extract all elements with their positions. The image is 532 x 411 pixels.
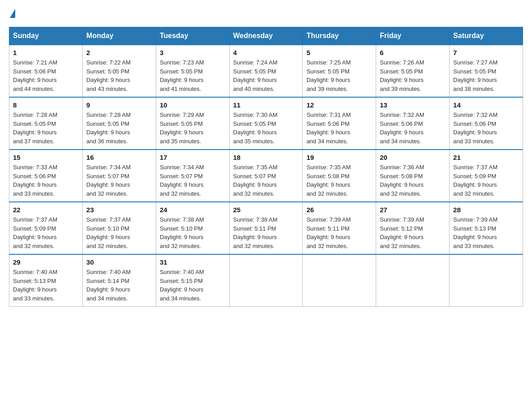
day-info: Sunrise: 7:34 AM Sunset: 5:07 PM Dayligh… — [160, 163, 226, 198]
calendar-cell: 28 Sunrise: 7:39 AM Sunset: 5:13 PM Dayl… — [450, 202, 523, 254]
day-number: 5 — [306, 49, 372, 56]
day-number: 3 — [160, 49, 226, 56]
day-info: Sunrise: 7:38 AM Sunset: 5:11 PM Dayligh… — [233, 215, 299, 250]
calendar-week-row: 15 Sunrise: 7:33 AM Sunset: 5:06 PM Dayl… — [9, 150, 523, 202]
calendar-cell: 9 Sunrise: 7:28 AM Sunset: 5:05 PM Dayli… — [82, 97, 156, 150]
day-info: Sunrise: 7:24 AM Sunset: 5:05 PM Dayligh… — [233, 58, 299, 93]
column-header-saturday: Saturday — [450, 27, 523, 45]
calendar-week-row: 29 Sunrise: 7:40 AM Sunset: 5:13 PM Dayl… — [9, 254, 523, 307]
calendar-cell: 13 Sunrise: 7:32 AM Sunset: 5:06 PM Dayl… — [376, 97, 450, 150]
day-info: Sunrise: 7:25 AM Sunset: 5:05 PM Dayligh… — [306, 58, 372, 93]
calendar-cell: 7 Sunrise: 7:27 AM Sunset: 5:05 PM Dayli… — [450, 45, 523, 97]
calendar-cell: 31 Sunrise: 7:40 AM Sunset: 5:15 PM Dayl… — [156, 254, 229, 307]
day-number: 23 — [86, 206, 152, 214]
day-info: Sunrise: 7:40 AM Sunset: 5:14 PM Dayligh… — [86, 268, 152, 303]
day-info: Sunrise: 7:34 AM Sunset: 5:07 PM Dayligh… — [86, 163, 152, 198]
day-info: Sunrise: 7:37 AM Sunset: 5:09 PM Dayligh… — [13, 215, 79, 250]
calendar-cell: 6 Sunrise: 7:26 AM Sunset: 5:05 PM Dayli… — [376, 45, 450, 97]
day-number: 8 — [13, 101, 79, 109]
column-header-sunday: Sunday — [9, 27, 83, 45]
calendar-cell: 18 Sunrise: 7:35 AM Sunset: 5:07 PM Dayl… — [229, 150, 303, 202]
calendar-cell: 29 Sunrise: 7:40 AM Sunset: 5:13 PM Dayl… — [9, 254, 83, 307]
calendar-cell: 16 Sunrise: 7:34 AM Sunset: 5:07 PM Dayl… — [82, 150, 156, 202]
day-info: Sunrise: 7:39 AM Sunset: 5:12 PM Dayligh… — [380, 215, 446, 250]
day-number: 22 — [13, 206, 79, 214]
day-number: 31 — [160, 258, 226, 266]
day-number: 26 — [306, 206, 372, 214]
logo — [9, 9, 15, 18]
day-number: 30 — [86, 258, 152, 266]
day-number: 25 — [233, 206, 299, 214]
calendar-cell: 5 Sunrise: 7:25 AM Sunset: 5:05 PM Dayli… — [303, 45, 376, 97]
day-number: 28 — [453, 206, 519, 214]
calendar-cell: 20 Sunrise: 7:36 AM Sunset: 5:08 PM Dayl… — [376, 150, 450, 202]
day-info: Sunrise: 7:39 AM Sunset: 5:13 PM Dayligh… — [453, 215, 519, 250]
column-header-monday: Monday — [82, 27, 156, 45]
column-header-friday: Friday — [376, 27, 450, 45]
column-header-wednesday: Wednesday — [229, 27, 303, 45]
day-info: Sunrise: 7:37 AM Sunset: 5:10 PM Dayligh… — [86, 215, 152, 250]
day-info: Sunrise: 7:22 AM Sunset: 5:05 PM Dayligh… — [86, 58, 152, 93]
calendar-cell: 11 Sunrise: 7:30 AM Sunset: 5:05 PM Dayl… — [229, 97, 303, 150]
calendar-cell: 27 Sunrise: 7:39 AM Sunset: 5:12 PM Dayl… — [376, 202, 450, 254]
day-number: 16 — [86, 154, 152, 161]
calendar-cell: 21 Sunrise: 7:37 AM Sunset: 5:09 PM Dayl… — [450, 150, 523, 202]
logo-triangle-icon — [10, 9, 15, 18]
day-info: Sunrise: 7:31 AM Sunset: 5:06 PM Dayligh… — [306, 111, 372, 146]
day-number: 14 — [453, 101, 519, 109]
day-number: 6 — [380, 49, 446, 56]
day-number: 13 — [380, 101, 446, 109]
day-number: 7 — [453, 49, 519, 56]
calendar-table: SundayMondayTuesdayWednesdayThursdayFrid… — [9, 27, 523, 307]
calendar-cell: 30 Sunrise: 7:40 AM Sunset: 5:14 PM Dayl… — [82, 254, 156, 307]
calendar-week-row: 1 Sunrise: 7:21 AM Sunset: 5:06 PM Dayli… — [9, 45, 523, 97]
day-info: Sunrise: 7:28 AM Sunset: 5:05 PM Dayligh… — [86, 111, 152, 146]
day-info: Sunrise: 7:21 AM Sunset: 5:06 PM Dayligh… — [13, 58, 79, 93]
column-header-thursday: Thursday — [303, 27, 376, 45]
calendar-cell — [229, 254, 303, 307]
day-number: 11 — [233, 101, 299, 109]
calendar-cell — [303, 254, 376, 307]
calendar-cell: 10 Sunrise: 7:29 AM Sunset: 5:05 PM Dayl… — [156, 97, 229, 150]
day-info: Sunrise: 7:39 AM Sunset: 5:11 PM Dayligh… — [306, 215, 372, 250]
calendar-cell: 25 Sunrise: 7:38 AM Sunset: 5:11 PM Dayl… — [229, 202, 303, 254]
calendar-cell — [376, 254, 450, 307]
day-number: 10 — [160, 101, 226, 109]
day-info: Sunrise: 7:38 AM Sunset: 5:10 PM Dayligh… — [160, 215, 226, 250]
calendar-cell: 23 Sunrise: 7:37 AM Sunset: 5:10 PM Dayl… — [82, 202, 156, 254]
day-number: 29 — [13, 258, 79, 266]
calendar-cell: 22 Sunrise: 7:37 AM Sunset: 5:09 PM Dayl… — [9, 202, 83, 254]
day-info: Sunrise: 7:27 AM Sunset: 5:05 PM Dayligh… — [453, 58, 519, 93]
day-number: 9 — [86, 101, 152, 109]
day-number: 1 — [13, 49, 79, 56]
day-number: 21 — [453, 154, 519, 161]
day-number: 4 — [233, 49, 299, 56]
day-info: Sunrise: 7:32 AM Sunset: 5:06 PM Dayligh… — [453, 111, 519, 146]
day-number: 27 — [380, 206, 446, 214]
calendar-cell: 26 Sunrise: 7:39 AM Sunset: 5:11 PM Dayl… — [303, 202, 376, 254]
calendar-cell: 12 Sunrise: 7:31 AM Sunset: 5:06 PM Dayl… — [303, 97, 376, 150]
day-number: 19 — [306, 154, 372, 161]
page-header — [9, 9, 523, 18]
day-number: 15 — [13, 154, 79, 161]
day-number: 20 — [380, 154, 446, 161]
calendar-cell: 1 Sunrise: 7:21 AM Sunset: 5:06 PM Dayli… — [9, 45, 83, 97]
calendar-cell: 19 Sunrise: 7:35 AM Sunset: 5:08 PM Dayl… — [303, 150, 376, 202]
day-info: Sunrise: 7:35 AM Sunset: 5:07 PM Dayligh… — [233, 163, 299, 198]
day-number: 2 — [86, 49, 152, 56]
day-number: 17 — [160, 154, 226, 161]
calendar-cell: 14 Sunrise: 7:32 AM Sunset: 5:06 PM Dayl… — [450, 97, 523, 150]
day-info: Sunrise: 7:28 AM Sunset: 5:05 PM Dayligh… — [13, 111, 79, 146]
calendar-cell: 24 Sunrise: 7:38 AM Sunset: 5:10 PM Dayl… — [156, 202, 229, 254]
day-number: 18 — [233, 154, 299, 161]
day-info: Sunrise: 7:32 AM Sunset: 5:06 PM Dayligh… — [380, 111, 446, 146]
day-info: Sunrise: 7:35 AM Sunset: 5:08 PM Dayligh… — [306, 163, 372, 198]
calendar-week-row: 8 Sunrise: 7:28 AM Sunset: 5:05 PM Dayli… — [9, 97, 523, 150]
day-number: 24 — [160, 206, 226, 214]
calendar-cell: 15 Sunrise: 7:33 AM Sunset: 5:06 PM Dayl… — [9, 150, 83, 202]
calendar-cell: 17 Sunrise: 7:34 AM Sunset: 5:07 PM Dayl… — [156, 150, 229, 202]
day-info: Sunrise: 7:40 AM Sunset: 5:13 PM Dayligh… — [13, 268, 79, 303]
day-info: Sunrise: 7:30 AM Sunset: 5:05 PM Dayligh… — [233, 111, 299, 146]
calendar-cell: 4 Sunrise: 7:24 AM Sunset: 5:05 PM Dayli… — [229, 45, 303, 97]
calendar-week-row: 22 Sunrise: 7:37 AM Sunset: 5:09 PM Dayl… — [9, 202, 523, 254]
